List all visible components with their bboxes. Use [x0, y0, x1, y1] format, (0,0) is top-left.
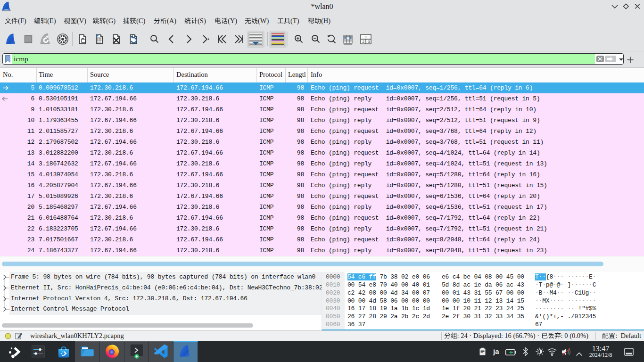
svg-text:1: 1 — [365, 35, 367, 39]
svg-text:3: 3 — [368, 40, 370, 44]
svg-text:2: 2 — [363, 40, 365, 44]
svg-text:0111: 0111 — [97, 41, 104, 44]
